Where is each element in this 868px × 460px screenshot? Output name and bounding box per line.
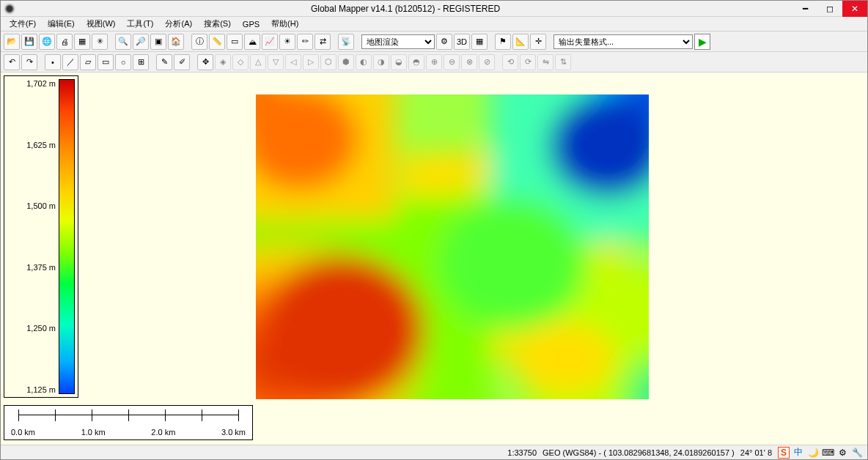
close-button[interactable]: ✕ [842,1,867,17]
tool-k-icon: ◒ [391,54,407,70]
undo-icon[interactable]: ↶ [4,54,20,70]
legend-label: 1,625 m [7,141,56,149]
edit-line-icon[interactable]: ✐ [174,54,190,70]
statusbar: 1:33750 GEO (WGS84) - ( 103.0829681348, … [1,445,867,459]
scale-label: 1.0 km [81,428,106,437]
tool-l-icon: ◓ [408,54,424,70]
home-icon[interactable]: 🏠 [168,34,184,50]
config-icon[interactable]: ✳ [92,34,108,50]
save-icon[interactable]: 💾 [21,34,37,50]
window-title: Global Mapper v14.1 (b120512) - REGISTER… [18,4,792,14]
svg-point-6 [263,256,424,399]
redo-icon[interactable]: ↷ [21,54,37,70]
3d-icon[interactable]: 3D [454,34,470,50]
legend-label: 1,125 m [7,385,56,394]
scalebar: 0.0 km 1.0 km 2.0 km 3.0 km [4,405,253,440]
zoom-in-icon[interactable]: 🔍 [115,34,131,50]
elevation-legend: 1,702 m 1,625 m 1,500 m 1,375 m 1,250 m … [4,75,78,398]
menu-file[interactable]: 文件(F) [4,17,42,31]
create-circle-icon[interactable]: ○ [115,54,131,70]
scale-label: 3.0 km [221,428,246,437]
tool-o-icon: ⊗ [461,54,477,70]
menu-analysis[interactable]: 分析(A) [159,17,198,31]
grid-icon[interactable]: ▦ [471,34,488,50]
create-grid-icon[interactable]: ⊞ [133,54,149,70]
edit-point-icon[interactable]: ✎ [156,54,172,70]
app-icon [4,3,15,15]
menu-search[interactable]: 搜索(S) [198,17,237,31]
system-tray: S 中 🌙 ⌨ ⚙ 🔧 [778,447,863,459]
shader-options-icon[interactable]: ⚙ [436,34,452,50]
tool-n-icon: ⊖ [444,54,460,70]
tool-e-icon: ◁ [285,54,301,70]
export-go-button[interactable]: ▶ [694,34,710,50]
toolbar-digitizer: ↶ ↷ • ／ ▱ ▭ ○ ⊞ ✎ ✐ ✥ ◈ ◇ △ ▽ ◁ ▷ ⬡ ⬢ ◐ … [1,52,867,73]
svg-point-8 [439,197,586,329]
scale-label: 0.0 km [11,428,35,437]
flag-icon[interactable]: ⚑ [495,34,511,50]
crosshair-icon[interactable]: ✛ [530,34,546,50]
maximize-button[interactable]: ◻ [817,1,842,17]
keyboard-icon[interactable]: ⌨ [822,447,834,459]
rotate-right-icon: ⟳ [520,54,536,70]
scale-label: 2.0 km [151,428,175,437]
menu-help[interactable]: 帮助(H) [265,17,304,31]
ruler-icon[interactable]: 📐 [512,34,529,50]
zoom-full-icon[interactable]: ▣ [150,34,166,50]
create-rect-icon[interactable]: ▭ [98,54,114,70]
legend-colorbar [59,79,75,394]
tool-b-icon: ◇ [232,54,249,70]
measure-icon[interactable]: 📏 [209,34,225,50]
menu-gps[interactable]: GPS [237,18,265,30]
tool-f-icon: ▷ [303,54,319,70]
lang-icon[interactable]: 中 [792,447,804,459]
menu-view[interactable]: 视图(W) [81,17,122,31]
move-icon[interactable]: ✥ [197,54,213,70]
feature-info-icon[interactable]: ▭ [227,34,243,50]
print-icon[interactable]: 🖨 [56,34,73,50]
menu-tools[interactable]: 工具(T) [121,17,159,31]
tool-icon[interactable]: 🔧 [851,447,863,459]
viewshed-icon[interactable]: ☀ [279,34,295,50]
view3d-icon[interactable]: ⛰ [244,34,260,50]
status-scale: 1:33750 [507,448,537,457]
tool-d-icon: ▽ [268,54,284,70]
tool-p-icon: ⊘ [479,54,495,70]
create-point-icon[interactable]: • [45,54,61,70]
globe-icon[interactable]: 🌐 [39,34,55,50]
tool-g-icon: ⬡ [320,54,336,70]
coord-convert-icon[interactable]: ⇄ [315,34,331,50]
info-tool-icon[interactable]: ⓘ [191,34,207,50]
tool-m-icon: ⊕ [426,54,442,70]
zoom-out-icon[interactable]: 🔎 [133,34,149,50]
flip-v-icon: ⇅ [555,54,571,70]
scalebar-ticks [18,415,238,425]
digitizer-icon[interactable]: ✏ [297,34,313,50]
ime-icon[interactable]: S [778,447,790,459]
minimize-button[interactable]: ━ [792,1,817,17]
tool-a-icon: ◈ [215,54,231,70]
export-format-combo[interactable]: 输出失量格式... [553,34,693,49]
window-controls: ━ ◻ ✕ [792,1,867,17]
map-workspace[interactable]: 1,702 m 1,625 m 1,500 m 1,375 m 1,250 m … [1,73,867,445]
legend-label: 1,250 m [7,324,56,333]
app-window: Global Mapper v14.1 (b120512) - REGISTER… [0,0,868,460]
menu-edit[interactable]: 编辑(E) [42,17,81,31]
legend-label: 1,702 m [7,79,56,88]
settings-icon[interactable]: ⚙ [836,447,848,459]
path-profile-icon[interactable]: 📈 [262,34,278,50]
legend-label: 1,375 m [7,263,56,272]
status-projection: GEO (WGS84) - ( 103.0829681348, 24.01892… [542,448,735,457]
moon-icon[interactable]: 🌙 [807,447,819,459]
legend-labels: 1,702 m 1,625 m 1,500 m 1,375 m 1,250 m … [7,79,59,394]
create-line-icon[interactable]: ／ [62,54,78,70]
layers-icon[interactable]: ▦ [74,34,90,50]
tool-c-icon: △ [250,54,266,70]
flip-h-icon: ⇋ [537,54,553,70]
elevation-map[interactable] [256,94,649,399]
open-icon[interactable]: 📂 [4,34,20,50]
tool-j-icon: ◑ [373,54,389,70]
gps-icon[interactable]: 📡 [338,34,354,50]
render-mode-combo[interactable]: 地图渲染 [361,34,435,49]
create-area-icon[interactable]: ▱ [80,54,96,70]
